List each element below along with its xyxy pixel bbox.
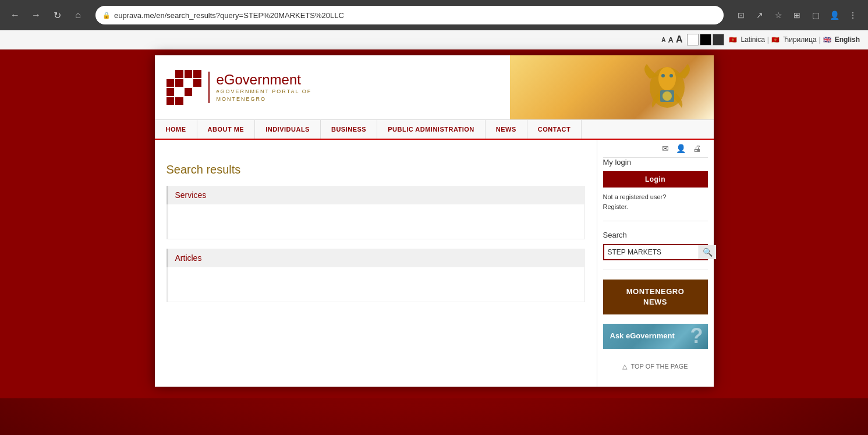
logo-subtitle: eGOVERNMENT PORTAL OF MONTENEGRO (217, 88, 312, 102)
logo-title: eGovernment (217, 72, 312, 88)
print-icon: 🖨 (693, 144, 701, 153)
articles-section: Articles (166, 249, 585, 302)
window-btn[interactable]: ▢ (807, 7, 824, 23)
lang-cyrillic[interactable]: Ћирилица (782, 36, 818, 44)
articles-header: Articles (166, 249, 585, 267)
email-icon: ✉ (662, 144, 669, 153)
menu-btn[interactable]: ⋮ (845, 7, 861, 23)
nav-news[interactable]: NEWS (486, 120, 527, 139)
browser-home-button[interactable]: ⌂ (70, 7, 86, 23)
register-link[interactable]: Register. (603, 203, 628, 210)
logo-cell (185, 70, 193, 78)
nav-business[interactable]: BUSINESS (321, 120, 377, 139)
login-button[interactable]: Login (603, 171, 708, 188)
extensions-btn[interactable]: ⊞ (789, 7, 805, 23)
search-results-title: Search results (166, 163, 585, 176)
my-login-section: My login Login Not a registered user? Re… (603, 158, 708, 221)
svg-point-1 (658, 67, 676, 90)
nav-contact[interactable]: CONTACT (527, 120, 582, 139)
montenegro-news-line1: MONTENEGRO (626, 287, 685, 296)
language-controls: 🇲🇪 Latinica | 🇲🇪 Ћирилица | 🇬🇧 English (729, 36, 861, 44)
logo-cell (166, 70, 175, 78)
sidebar: ✉ 👤 🖨 My login Login Not a registered us… (597, 140, 714, 387)
font-size-small[interactable]: A (661, 37, 665, 43)
share-btn[interactable]: ↗ (752, 7, 768, 23)
top-of-page-label: TOP OF THE PAGE (630, 363, 688, 370)
logo-cell (193, 79, 201, 87)
contrast-btn-3[interactable] (713, 34, 724, 45)
print-icon-btn[interactable]: 🖨 (692, 143, 702, 154)
search-submit-button[interactable]: 🔍 (699, 245, 716, 259)
services-body (166, 204, 585, 239)
logo-grid (166, 70, 201, 105)
top-of-page-link[interactable]: △ TOP OF THE PAGE (603, 358, 708, 375)
montenegro-news-line2: NEWS (643, 298, 667, 306)
contrast-btn-2[interactable] (700, 34, 711, 45)
coat-of-arms (632, 58, 702, 116)
content-area: Search results Services Articles ✉ (155, 140, 714, 387)
contrast-btn-1[interactable] (687, 34, 699, 45)
question-mark-icon: ? (690, 321, 703, 351)
eagle-svg (638, 61, 696, 114)
triangle-up-icon: △ (622, 363, 627, 370)
browser-back-button[interactable]: ← (7, 7, 23, 23)
nav-individuals[interactable]: INDIVIDUALS (255, 120, 321, 139)
logo-cell (185, 97, 193, 105)
register-link-area: Not a registered user? Register. (603, 192, 708, 211)
header-logo: eGovernment eGOVERNMENT PORTAL OF MONTEN… (166, 70, 312, 105)
svg-point-5 (662, 91, 672, 101)
user-icon: 👤 (676, 144, 686, 153)
svg-point-3 (669, 74, 673, 77)
profile-btn[interactable]: 👤 (826, 7, 842, 23)
nav-about-me[interactable]: ABOUT ME (197, 120, 256, 139)
logo-cell (175, 70, 183, 78)
toolbar-icons: ✉ 👤 🖨 (603, 140, 708, 158)
search-section-title: Search (603, 231, 708, 239)
bookmark-btn[interactable]: ☆ (770, 7, 786, 23)
top-bar: A A A 🇲🇪 Latinica | 🇲🇪 Ћирилица | 🇬🇧 Eng… (0, 30, 868, 49)
search-box: 🔍 (603, 244, 708, 260)
url-text: euprava.me/en/search_results?query=STEP%… (114, 11, 344, 20)
contrast-buttons (687, 34, 724, 45)
logo-cell (175, 97, 183, 105)
logo-cell (166, 79, 175, 87)
email-icon-btn[interactable]: ✉ (661, 143, 670, 154)
nav-public-administration[interactable]: PUBLIC ADMINISTRATION (377, 120, 486, 139)
address-bar[interactable]: 🔒 euprava.me/en/search_results?query=STE… (95, 6, 724, 24)
browser-actions: ⊡ ↗ ☆ ⊞ ▢ 👤 ⋮ (733, 7, 861, 23)
lang-english[interactable]: English (834, 36, 861, 44)
user-icon-btn[interactable]: 👤 (675, 143, 687, 154)
services-header: Services (166, 186, 585, 204)
my-login-title: My login (603, 158, 708, 167)
logo-cell (185, 88, 193, 96)
ask-egov-label: Ask eGovernment (610, 331, 675, 340)
services-section: Services (166, 186, 585, 239)
logo-cell (193, 88, 201, 96)
register-text: Not a registered user? (603, 193, 667, 200)
articles-body (166, 267, 585, 302)
logo-cell (175, 79, 183, 87)
ask-egovernment-button[interactable]: Ask eGovernment ? (603, 324, 708, 348)
site-header: eGovernment eGOVERNMENT PORTAL OF MONTEN… (155, 55, 714, 119)
screenshot-btn[interactable]: ⊡ (733, 7, 749, 23)
font-size-controls: A A A (661, 34, 682, 45)
search-input[interactable] (604, 245, 699, 259)
logo-cell (175, 88, 183, 96)
search-section: Search 🔍 (603, 231, 708, 270)
main-container: eGovernment eGOVERNMENT PORTAL OF MONTEN… (155, 55, 714, 387)
lock-icon: 🔒 (102, 12, 111, 19)
search-icon: 🔍 (703, 247, 713, 257)
logo-text: eGovernment eGOVERNMENT PORTAL OF MONTEN… (208, 72, 312, 102)
montenegro-news-button[interactable]: MONTENEGRO NEWS (603, 280, 708, 314)
logo-cell (193, 97, 201, 105)
browser-forward-button[interactable]: → (28, 7, 44, 23)
logo-cell (166, 88, 175, 96)
browser-chrome: ← → ↻ ⌂ 🔒 euprava.me/en/search_results?q… (0, 0, 868, 30)
browser-reload-button[interactable]: ↻ (49, 7, 65, 23)
logo-cell (166, 97, 175, 105)
logo-cell (193, 70, 201, 78)
nav-home[interactable]: HOME (155, 120, 197, 139)
lang-latinica[interactable]: Latinica (739, 36, 766, 44)
font-size-medium[interactable]: A (668, 36, 673, 44)
font-size-large[interactable]: A (676, 34, 683, 45)
